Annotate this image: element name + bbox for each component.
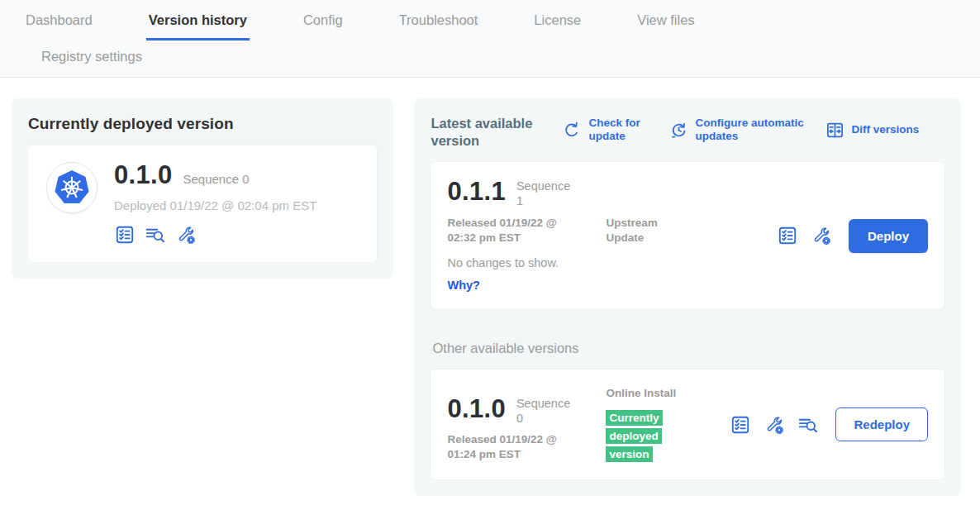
currently-deployed-badge: Currently deployed version <box>606 410 662 462</box>
top-nav: Dashboard Version history Config Trouble… <box>0 0 980 78</box>
other-versions-title: Other available versions <box>432 341 944 356</box>
latest-sequence-label: Sequence 1 <box>516 179 574 208</box>
kubernetes-logo <box>46 162 98 213</box>
current-sequence-label: Sequence 0 <box>183 172 249 186</box>
other-version-card: 0.1.0 Sequence 0 Released 01/19/22 @ 01:… <box>431 369 944 479</box>
currently-deployed-title: Currently deployed version <box>28 115 377 133</box>
tab-version-history[interactable]: Version history <box>146 11 250 41</box>
available-versions-panel: Latest available version Check for updat… <box>414 98 961 496</box>
preflight-checks-icon[interactable] <box>777 225 798 246</box>
tab-view-files[interactable]: View files <box>635 11 697 41</box>
refresh-icon <box>563 121 582 140</box>
tab-dashboard[interactable]: Dashboard <box>23 11 95 41</box>
tab-config[interactable]: Config <box>301 11 345 41</box>
deploy-logs-icon[interactable] <box>145 224 166 245</box>
latest-released-timestamp: Released 01/19/22 @ 02:32 pm EST <box>447 216 581 245</box>
diff-icon <box>825 121 844 140</box>
configure-automatic-updates-label: Configure automatic updates <box>695 117 804 143</box>
other-source-label: Online Install <box>606 386 680 401</box>
diff-versions-label: Diff versions <box>851 123 919 136</box>
tab-license[interactable]: License <box>531 11 583 41</box>
why-link[interactable]: Why? <box>447 279 479 292</box>
tab-row: Dashboard Version history Config Trouble… <box>0 11 980 41</box>
latest-available-title: Latest available version <box>431 115 551 149</box>
tab-troubleshoot[interactable]: Troubleshoot <box>397 11 481 41</box>
edit-config-icon[interactable] <box>175 224 197 245</box>
current-version-number: 0.1.0 <box>114 162 172 188</box>
edit-config-icon[interactable] <box>764 414 785 436</box>
current-deployed-timestamp: Deployed 01/19/22 @ 02:04 pm EST <box>114 198 316 212</box>
auto-update-icon <box>669 121 688 140</box>
check-for-update-link[interactable]: Check for update <box>563 117 648 143</box>
configure-automatic-updates-link[interactable]: Configure automatic updates <box>669 117 804 143</box>
tab-registry-settings[interactable]: Registry settings <box>41 49 142 64</box>
edit-config-icon[interactable] <box>811 225 832 246</box>
redeploy-button[interactable]: Redeploy <box>835 407 928 441</box>
preflight-checks-icon[interactable] <box>730 414 751 436</box>
currently-deployed-panel: Currently deployed version <box>12 98 393 279</box>
other-sequence-label: Sequence 0 <box>516 396 574 426</box>
diff-versions-link[interactable]: Diff versions <box>825 121 919 140</box>
check-for-update-label: Check for update <box>588 117 648 143</box>
deploy-logs-icon[interactable] <box>797 414 819 436</box>
currently-deployed-card: 0.1.0 Sequence 0 Deployed 01/19/22 @ 02:… <box>28 145 377 262</box>
other-version-number: 0.1.0 <box>447 396 505 422</box>
latest-version-number: 0.1.1 <box>447 179 505 204</box>
latest-version-card: 0.1.1 Sequence 1 Released 01/19/22 @ 02:… <box>431 162 944 309</box>
latest-source-label: Upstream Update <box>606 216 680 245</box>
other-released-timestamp: Released 01/19/22 @ 01:24 pm EST <box>447 432 581 462</box>
preflight-checks-icon[interactable] <box>114 224 136 245</box>
latest-no-changes-text: No changes to show. <box>447 256 606 269</box>
deploy-button[interactable]: Deploy <box>849 219 928 253</box>
